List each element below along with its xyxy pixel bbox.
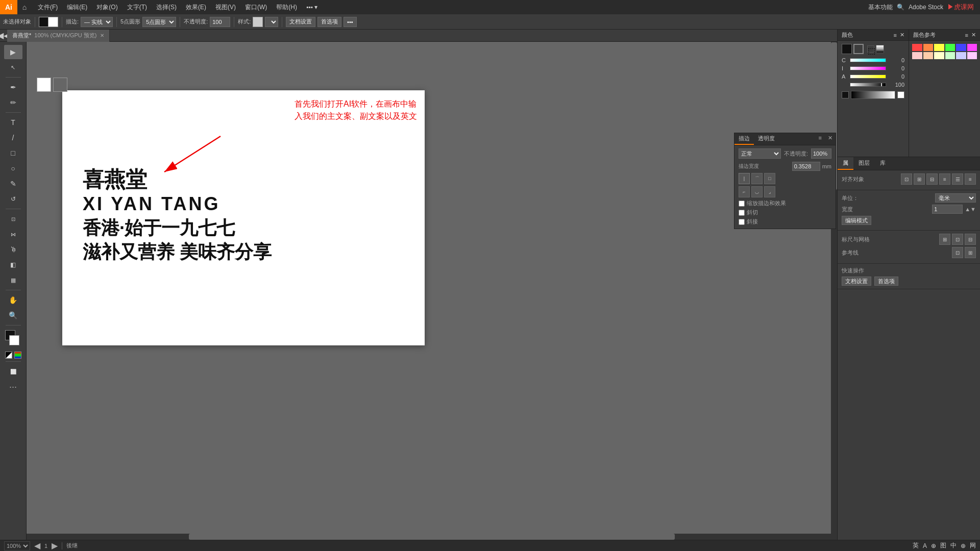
ruler-icon-3[interactable]: ⊟	[965, 234, 976, 245]
zoom-select[interactable]: 100%	[4, 541, 30, 550]
color-gradient-bar[interactable]	[851, 91, 895, 99]
swatch-o[interactable]	[923, 44, 934, 51]
opacity-input[interactable]	[210, 17, 230, 27]
blend-tool[interactable]: ⋈	[4, 227, 22, 241]
swatch-b[interactable]	[956, 44, 966, 51]
transparency-tab[interactable]: 透明度	[754, 133, 779, 145]
menu-view[interactable]: 视图(V)	[211, 0, 240, 14]
more-tools-btn[interactable]: ···	[9, 382, 17, 392]
k-slider[interactable]	[850, 83, 886, 87]
ellipse-tool[interactable]: ○	[4, 161, 22, 176]
color-panel-menu[interactable]: ≡	[894, 32, 897, 38]
menu-search-icon[interactable]: 🔍	[897, 4, 904, 11]
add-arrow-checkbox[interactable]	[739, 210, 745, 216]
color-ref-menu[interactable]: ≡	[965, 32, 968, 38]
cap-round-btn[interactable]: ⌒	[751, 173, 763, 184]
scale-stroke-checkbox[interactable]	[739, 201, 745, 207]
bg-color[interactable]	[897, 91, 904, 98]
color-swatch-area[interactable]	[4, 330, 22, 348]
edit-mode-btn[interactable]: 编辑模式	[842, 216, 871, 225]
taskbar-icon6[interactable]: ⊕	[961, 542, 966, 549]
stroke-arrows[interactable]: ▲▼	[965, 206, 976, 212]
quick-doc-settings-btn[interactable]: 文档设置	[842, 277, 871, 286]
home-icon[interactable]: ⌂	[17, 0, 32, 14]
swatch-lb[interactable]	[956, 52, 966, 59]
page-nav-next[interactable]: ▶	[52, 541, 58, 550]
swatch-lo[interactable]	[923, 52, 934, 59]
scale-tool[interactable]: ⊡	[4, 212, 22, 226]
ruler-icon-1[interactable]: ⊞	[939, 234, 950, 245]
hscroll-thumb[interactable]	[189, 534, 675, 540]
taskbar-icon3[interactable]: ⊕	[931, 542, 936, 549]
style-select[interactable]	[265, 17, 278, 27]
rotate-tool[interactable]: ↺	[4, 192, 22, 206]
swatch-lr[interactable]	[912, 52, 922, 59]
trans-panel-close[interactable]: ✕	[825, 133, 836, 145]
chart-tool[interactable]: ▦	[4, 273, 22, 287]
align-middle-btn[interactable]: ☰	[952, 173, 963, 185]
gradient-color-icon[interactable]	[14, 352, 21, 359]
menu-help[interactable]: 帮助(H)	[272, 0, 301, 14]
c-slider[interactable]	[850, 58, 886, 62]
page-nav-prev[interactable]: ◀	[34, 541, 40, 550]
stroke-shape-select[interactable]: 5点圆形	[142, 17, 176, 27]
opacity-value-input[interactable]	[811, 148, 831, 159]
stroke-width-input[interactable]	[932, 205, 963, 214]
tab-close-btn[interactable]: ✕	[100, 33, 104, 38]
stroke-swatch[interactable]	[9, 335, 19, 345]
pen-tool[interactable]: ✒	[4, 80, 22, 94]
color-fill-icon[interactable]	[842, 44, 852, 54]
selection-tool[interactable]: ▶	[4, 45, 22, 59]
color-ref-close[interactable]: ✕	[971, 32, 976, 38]
text-tool[interactable]: T	[4, 115, 22, 130]
unit-select[interactable]: 毫米	[935, 193, 976, 203]
stroke-width-display-input[interactable]: 0.3528	[792, 162, 820, 171]
vertical-scrollbar[interactable]	[831, 42, 837, 534]
join-miter-btn[interactable]: ⌐	[739, 186, 750, 197]
swatch-lg[interactable]	[945, 52, 955, 59]
ruler-icon-2[interactable]: ⊡	[952, 234, 963, 245]
menu-effect[interactable]: 效果(E)	[182, 0, 210, 14]
color-panel-close[interactable]: ✕	[900, 32, 904, 38]
white-swatch[interactable]	[37, 78, 51, 92]
blend-mode-select[interactable]: 正常	[739, 148, 781, 159]
taskbar-image[interactable]: 图	[940, 541, 946, 550]
style-swatch[interactable]	[253, 17, 263, 27]
gradient-icon[interactable]	[876, 45, 884, 53]
menu-text[interactable]: 文字(T)	[123, 0, 151, 14]
fill-color-swatch[interactable]	[48, 17, 58, 27]
m-slider[interactable]	[850, 66, 886, 70]
cap-butt-btn[interactable]: |	[739, 173, 750, 184]
doc-settings-btn[interactable]: 文档设置	[286, 17, 315, 27]
document-tab[interactable]: 喜燕堂* 100% (CMYK/GPU 预览) ✕	[7, 30, 110, 42]
swatch-y[interactable]	[934, 44, 944, 51]
zoom-tool[interactable]: 🔍	[4, 308, 22, 322]
menu-file[interactable]: 文件(F)	[34, 0, 62, 14]
tab-properties[interactable]: 属	[838, 157, 853, 170]
panel-collapse-btn[interactable]: ◀◀	[0, 30, 7, 42]
swatch-r[interactable]	[912, 44, 922, 51]
color-stroke-icon[interactable]	[853, 44, 864, 54]
rect-tool[interactable]: □	[4, 146, 22, 160]
cap-square-btn[interactable]: □	[764, 173, 775, 184]
stroke-type-select[interactable]: — 实线	[81, 17, 113, 27]
gray-swatch[interactable]	[53, 78, 67, 92]
taskbar-network[interactable]: 网	[970, 541, 976, 550]
first-option-btn[interactable]: 首选项	[317, 17, 341, 27]
menu-icon-extra[interactable]: ▪▪▪ ▾	[302, 0, 322, 14]
trans-panel-menu[interactable]: ≡	[816, 133, 825, 145]
extra-btn[interactable]: ▪▪▪	[344, 17, 357, 27]
join-bevel-btn[interactable]: ⌟	[764, 186, 775, 197]
gradient-tool[interactable]: ◧	[4, 258, 22, 272]
menu-object[interactable]: 对象(O)	[92, 0, 121, 14]
line-tool[interactable]: /	[4, 131, 22, 145]
pencil-tool[interactable]: ✏	[4, 95, 22, 110]
taskbar-a[interactable]: A	[923, 542, 927, 549]
y-slider[interactable]	[850, 74, 886, 79]
menu-window[interactable]: 窗口(W)	[241, 0, 271, 14]
eyedropper-tool[interactable]: 🖰	[4, 242, 22, 257]
stroke-color-swatch[interactable]	[39, 17, 49, 27]
swatch-lp[interactable]	[967, 52, 977, 59]
direct-selection-tool[interactable]: ↖	[4, 60, 22, 74]
quick-prefs-btn[interactable]: 首选项	[874, 277, 898, 286]
